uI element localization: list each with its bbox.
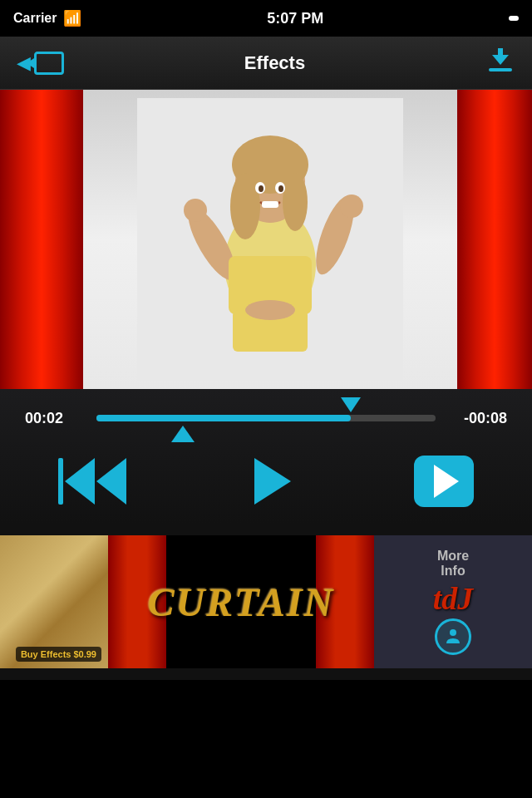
status-bar: Carrier 📶 5:07 PM xyxy=(0,0,532,37)
person-figure xyxy=(137,98,403,381)
progress-fill xyxy=(96,415,351,421)
status-time: 5:07 PM xyxy=(267,10,323,27)
thumbnail-more-info[interactable]: MoreInfo tdJ xyxy=(374,535,532,668)
status-left: Carrier 📶 xyxy=(13,9,81,27)
fullscreen-play-icon xyxy=(434,465,459,498)
person-icon xyxy=(435,618,471,655)
more-info-label: MoreInfo xyxy=(437,549,469,579)
skip-back-button[interactable] xyxy=(58,458,126,505)
thumb-bottom-indicator xyxy=(171,426,195,442)
thumbnail-buy[interactable]: Buy Effects $0.99 xyxy=(0,535,108,668)
download-button[interactable] xyxy=(485,45,515,81)
fullscreen-play-button[interactable] xyxy=(414,456,474,507)
svg-point-12 xyxy=(340,195,363,218)
screen-icon xyxy=(34,52,64,75)
video-content xyxy=(83,90,457,389)
svg-point-21 xyxy=(450,629,456,636)
svg-rect-20 xyxy=(262,201,278,208)
svg-point-18 xyxy=(259,185,264,192)
nav-bar: ◀ Effects xyxy=(0,37,532,90)
download-icon xyxy=(485,45,515,75)
skip-back-icon xyxy=(58,458,126,505)
wifi-icon: 📶 xyxy=(63,9,81,27)
curtain-label: CURTAIN xyxy=(148,579,335,625)
play-icon xyxy=(254,458,291,505)
progress-row: 00:02 -00:08 xyxy=(25,406,507,431)
thumbnails-row: Buy Effects $0.99 CURTAIN MoreInfo tdJ xyxy=(0,524,532,680)
svg-point-15 xyxy=(245,300,295,320)
buy-label: Buy Effects $0.99 xyxy=(21,648,96,660)
fullscreen-play-box xyxy=(414,456,474,507)
buy-thumb-inner: Buy Effects $0.99 xyxy=(0,535,108,668)
back-button[interactable]: ◀ xyxy=(17,52,64,75)
carrier-label: Carrier xyxy=(13,11,57,26)
thumbnail-curtain[interactable]: CURTAIN xyxy=(108,535,374,668)
time-current: 00:02 xyxy=(25,410,83,427)
battery-icon xyxy=(509,16,519,21)
time-remaining: -00:08 xyxy=(449,410,507,427)
svg-rect-2 xyxy=(498,48,503,60)
status-right xyxy=(509,16,519,21)
progress-bar[interactable] xyxy=(96,406,436,431)
svg-point-19 xyxy=(278,185,283,192)
svg-point-7 xyxy=(230,173,260,239)
person-svg-icon xyxy=(443,627,463,647)
logo-label: tdJ xyxy=(433,580,474,617)
player-area: 00:02 -00:08 xyxy=(0,389,532,524)
svg-point-10 xyxy=(184,199,207,222)
play-button[interactable] xyxy=(249,458,291,505)
progress-track xyxy=(96,415,436,421)
controls-row xyxy=(25,456,507,507)
video-area xyxy=(0,90,532,389)
thumb-top-indicator xyxy=(341,397,361,412)
curtain-right xyxy=(457,90,532,389)
buy-badge: Buy Effects $0.99 xyxy=(16,647,101,662)
nav-title: Effects xyxy=(244,52,305,74)
svg-rect-0 xyxy=(489,68,512,71)
curtain-left xyxy=(0,90,83,389)
svg-point-8 xyxy=(283,173,308,231)
